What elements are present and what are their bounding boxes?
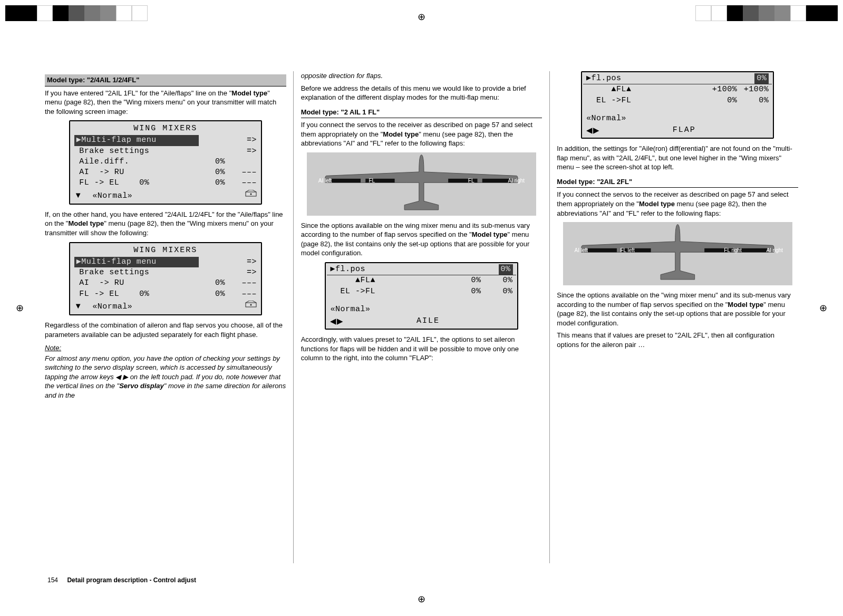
col1-header: Model type: "2/4AIL 1/2/4FL"	[45, 74, 286, 86]
svg-rect-11	[739, 248, 768, 252]
lcd2-nav-arrow-icon: ▼	[74, 301, 82, 310]
crop-mark-left-icon: ⊕	[16, 302, 24, 314]
wing1-label-ai-left: AI left	[318, 178, 332, 184]
lcd-flpos-flap: ▶fl.pos 0% ▲FL▲+100%+100% EL ->FL0%0% «N…	[581, 71, 774, 139]
wing2-label-ai-right: AI right	[766, 247, 783, 253]
aircraft-plan-icon	[307, 152, 536, 216]
crop-mark-top-icon: ⊕	[418, 11, 425, 23]
wing2-label-ai-left: AI left	[574, 247, 588, 253]
lcd-wing-mixers-2: WING MIXERS ▶Multi-flap menu=> Brake set…	[69, 242, 262, 316]
col2-paragraph-0: opposite direction for flaps.	[301, 71, 542, 81]
svg-rect-7	[482, 179, 511, 182]
svg-point-3	[250, 304, 251, 305]
col2-paragraph-1: Before we address the details of this me…	[301, 84, 542, 102]
wing-diagram-2ail-1fl: AI left FL FL AI right	[307, 152, 536, 216]
crop-mark-right-icon: ⊕	[819, 302, 827, 314]
wing2-label-fl-right: FL right	[724, 247, 742, 253]
lcd1-nav-arrow-icon: ▼	[74, 190, 82, 199]
registration-marks-right	[695, 5, 838, 21]
lcd-wing-mixers-1: WING MIXERS ▶Multi-flap menu=> Brake set…	[69, 120, 262, 205]
col2-paragraph-2: If you connect the servos to the receive…	[301, 120, 542, 148]
col3-paragraph-4: This means that if values are preset to …	[557, 331, 798, 349]
lcd4-column-label: FLAP	[599, 125, 769, 136]
svg-rect-4	[332, 179, 361, 182]
svg-point-1	[250, 193, 251, 195]
col2-paragraph-3: Since the options available on the wing …	[301, 221, 542, 258]
lcd1-model-icon	[245, 190, 257, 201]
col1-note-body: For almost any menu option, you have the…	[45, 354, 286, 400]
registration-marks-left	[5, 5, 148, 21]
wing2-label-fl-left: FL left	[620, 247, 634, 253]
col3-paragraph-2: If you connect the servos to the receive…	[557, 190, 798, 218]
lcd3-nav-arrows-icon: ◀▶	[330, 316, 343, 326]
col1-note-header: Note:	[45, 343, 286, 353]
lcd-flpos-aile: ▶fl.pos 0% ▲FL▲0%0% EL ->FL0%0% «Normal»…	[325, 262, 518, 330]
footer-title: Detail program description - Control adj…	[67, 576, 196, 584]
page-number: 154	[47, 576, 58, 584]
wing1-label-fl-left: FL	[369, 178, 375, 184]
page-footer: 154 Detail program description - Control…	[47, 576, 196, 584]
lcd1-title: WING MIXERS	[71, 122, 260, 135]
col3-header-1: Model type: "2AIL 2FL"	[557, 176, 798, 188]
wing-diagram-2ail-2fl: AI left FL left FL right AI right	[563, 222, 792, 285]
col3-paragraph-1: In addition, the settings for "Aile(ron)…	[557, 144, 798, 172]
wing1-label-fl-right: FL	[468, 178, 474, 184]
col2-header-1: Model type: "2 AIL 1 FL"	[301, 107, 542, 119]
lcd3-column-label: AILE	[343, 316, 512, 326]
page-content: Model type: "2/4AIL 1/2/4FL" If you have…	[45, 71, 798, 563]
lcd2-title: WING MIXERS	[71, 244, 260, 257]
lcd2-model-icon	[245, 301, 257, 312]
wing1-label-ai-right: AI right	[508, 178, 525, 184]
col2-paragraph-4: Accordingly, with values preset to "2AIL…	[301, 335, 542, 363]
col1-paragraph-2: If, on the other hand, you have entered …	[45, 210, 286, 238]
aircraft-plan-icon	[563, 222, 792, 285]
crop-mark-bottom-icon: ⊕	[418, 593, 425, 605]
col3-paragraph-3: Since the options available on the "wing…	[557, 291, 798, 328]
lcd4-nav-arrows-icon: ◀▶	[586, 125, 599, 136]
svg-rect-8	[587, 248, 616, 252]
col1-paragraph-1: If you have entered "2AIL 1FL" for the "…	[45, 89, 286, 117]
col1-paragraph-3: Regardless of the combination of aileron…	[45, 321, 286, 339]
